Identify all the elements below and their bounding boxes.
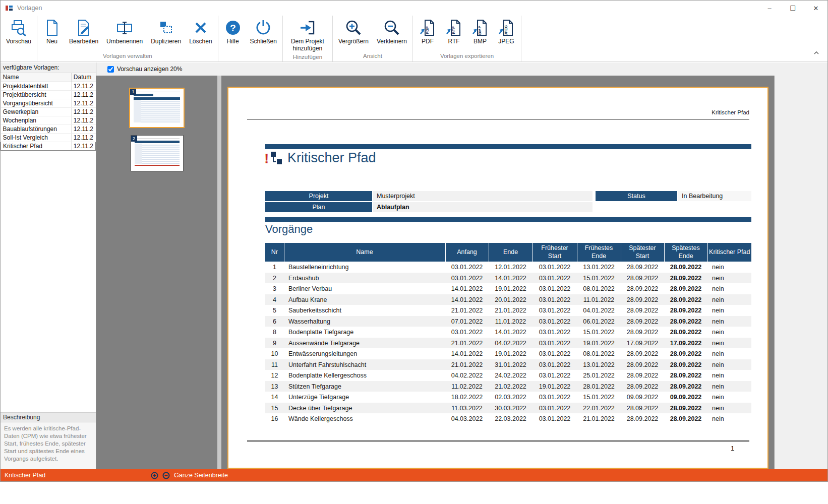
template-list-col-name[interactable]: Name <box>1 73 72 82</box>
maximize-button[interactable]: ☐ <box>781 1 804 16</box>
report-table-row: 13 Stützen Tiefgarage 11.02.2022 21.02.2… <box>265 381 751 392</box>
report-column-header: Frühester Start <box>533 243 577 262</box>
cell-fruehestes-ende: 13.01.2022 <box>577 359 621 370</box>
report-table-row: 10 Entwässerungsleitungen 14.01.2022 19.… <box>265 348 751 359</box>
template-datum: 12.11.2 <box>71 124 95 133</box>
preview-canvas: Kritischer Pfad ! Kritischer Pfad <box>221 76 774 469</box>
cell-anfang: 14.01.2022 <box>445 294 489 305</box>
report-table-row: 3 Berliner Verbau 14.01.2022 19.01.2022 … <box>265 283 751 294</box>
minimize-button[interactable]: – <box>758 1 781 16</box>
svg-text:RTF: RTF <box>451 26 456 34</box>
cell-spaetester-start: 28.09.2022 <box>621 273 664 284</box>
statusbar-zoom-out-button[interactable] <box>162 472 170 479</box>
ribbon-group-exportieren: PDF PDF RTF <box>413 16 521 61</box>
cell-spaetester-start: 28.09.2022 <box>621 381 664 392</box>
export-rtf-button[interactable]: RTF RTF <box>441 17 467 47</box>
cell-anfang: 21.01.2022 <box>445 305 489 316</box>
template-name: Wochenplan <box>1 116 72 124</box>
cell-name: Berliner Verbau <box>284 283 445 294</box>
cell-spaetester-start: 28.09.2022 <box>621 305 664 316</box>
template-list-col-datum[interactable]: Datum <box>71 73 95 82</box>
hilfe-label: Hilfe <box>227 38 239 45</box>
thumbnail-1-page-badge: 1 <box>130 89 136 95</box>
status-label-cell: Status <box>596 191 677 201</box>
export-pdf-button[interactable]: PDF PDF <box>415 17 441 47</box>
ribbon-collapse-button[interactable] <box>811 49 821 56</box>
bearbeiten-label: Bearbeiten <box>69 38 98 45</box>
export-jpeg-button[interactable]: JPEG JPEG <box>493 17 519 47</box>
report-table: Nr Name Anfang Ende Frühester Start <box>265 243 751 424</box>
template-list-item[interactable]: Kritischer Pfad 12.11.2 <box>1 142 96 150</box>
template-name: Kritischer Pfad <box>1 142 72 150</box>
cell-spaetester-start: 28.09.2022 <box>621 403 664 414</box>
fit-width-label: Ganze Seitenbreite <box>174 472 228 479</box>
export-bmp-button[interactable]: BMP BMP <box>467 17 493 47</box>
neu-button[interactable]: Neu <box>39 17 65 47</box>
template-list-item[interactable]: Soll-Ist Vergleich 12.11.2 <box>1 133 96 142</box>
template-list-item[interactable]: Projektdatenblatt 12.11.2 <box>1 82 96 90</box>
vorschau-button[interactable]: Vorschau <box>2 17 35 47</box>
template-list-item[interactable]: Wochenplan 12.11.2 <box>1 116 96 124</box>
duplizieren-button[interactable]: Duplizieren <box>147 17 185 47</box>
ribbon: Vorschau Neu <box>1 16 827 62</box>
plan-value-cell: Ablaufplan <box>373 202 593 212</box>
cell-name: Bodenplatte Tiefgarage <box>284 327 445 338</box>
cell-nr: 5 <box>265 305 284 316</box>
page-thumbnail-2[interactable]: 2 <box>131 135 184 171</box>
statusbar-zoom-in-button[interactable] <box>151 472 158 479</box>
template-list-item[interactable]: Vorgangsübersicht 12.11.2 <box>1 99 96 107</box>
cell-fruehestes-ende: 13.01.2022 <box>577 262 621 273</box>
template-name: Gewerkeplan <box>1 107 72 116</box>
statusbar-template-name: Kritischer Pfad <box>1 472 45 479</box>
template-name: Projektdatenblatt <box>1 82 72 90</box>
cell-fruehestes-ende: 06.01.2022 <box>577 316 621 327</box>
cell-nr: 13 <box>265 381 284 392</box>
page-thumbnail-1[interactable]: 1 <box>129 88 185 128</box>
thumbnail-splitter[interactable] <box>217 76 221 469</box>
report-table-row: 11 Unterfahrt Fahrstuhlschacht 21.01.202… <box>265 359 751 370</box>
report-page: Kritischer Pfad ! Kritischer Pfad <box>227 87 768 469</box>
bearbeiten-button[interactable]: Bearbeiten <box>65 17 102 47</box>
cell-name: Aussenwände Tiefgarage <box>284 338 445 349</box>
cell-kritischer-pfad: nein <box>707 359 751 370</box>
cell-name: Aufbau Krane <box>284 294 445 305</box>
umbenennen-button[interactable]: Umbenennen <box>102 17 147 47</box>
cell-spaetester-start: 28.09.2022 <box>621 413 664 424</box>
template-list-item[interactable]: Projektübersicht 12.11.2 <box>1 90 96 99</box>
report-title: Kritischer Pfad <box>287 150 376 166</box>
report-column-header: Spätestes Ende <box>664 243 707 262</box>
ribbon-group-hilfe: ? Hilfe Schließen <box>218 16 283 61</box>
projekt-value-cell: Musterprojekt <box>373 191 593 201</box>
report-table-row: 2 Erdaushub 03.01.2022 14.01.2022 03.01.… <box>265 273 751 284</box>
schliessen-button[interactable]: Schließen <box>246 17 281 47</box>
cell-fruehester-start: 03.01.2022 <box>533 316 577 327</box>
edit-icon <box>75 19 93 37</box>
cell-anfang: 11.03.2022 <box>445 403 489 414</box>
loeschen-label: Löschen <box>189 38 212 45</box>
svg-text:?: ? <box>230 23 236 33</box>
projekt-hinzufuegen-button[interactable]: Dem Projekt hinzufügen <box>284 17 331 54</box>
cell-ende: 24.02.2022 <box>489 370 533 381</box>
umbenennen-label: Umbenennen <box>106 38 143 45</box>
group-label-hinzufuegen: Hinzufügen <box>284 54 331 61</box>
cell-nr: 3 <box>265 283 284 294</box>
template-list-item[interactable]: Bauablaufstörungen 12.11.2 <box>1 124 96 133</box>
close-button[interactable]: ✕ <box>804 1 827 16</box>
report-table-row: 16 Wände Kellergeschoss 04.03.2022 22.03… <box>265 413 751 424</box>
hilfe-button[interactable]: ? Hilfe <box>220 17 246 47</box>
verkleinern-button[interactable]: Verkleinern <box>373 17 411 47</box>
cell-fruehester-start: 19.01.2022 <box>533 381 577 392</box>
vergroessern-button[interactable]: Vergrößern <box>334 17 373 47</box>
group-label-verwalten: Vorlagen verwalten <box>39 53 216 61</box>
cell-nr: 4 <box>265 294 284 305</box>
vorschau-label: Vorschau <box>6 38 31 45</box>
cell-name: Wände Kellergeschoss <box>284 413 445 424</box>
show-preview-checkbox[interactable] <box>107 66 114 73</box>
loeschen-button[interactable]: Löschen <box>185 17 216 47</box>
template-datum: 12.11.2 <box>71 142 95 150</box>
right-gutter <box>774 76 827 469</box>
cell-nr: 10 <box>265 348 284 359</box>
template-list-item[interactable]: Gewerkeplan 12.11.2 <box>1 107 96 116</box>
page-header-rule <box>247 119 749 120</box>
description-header: Beschreibung <box>1 412 96 422</box>
